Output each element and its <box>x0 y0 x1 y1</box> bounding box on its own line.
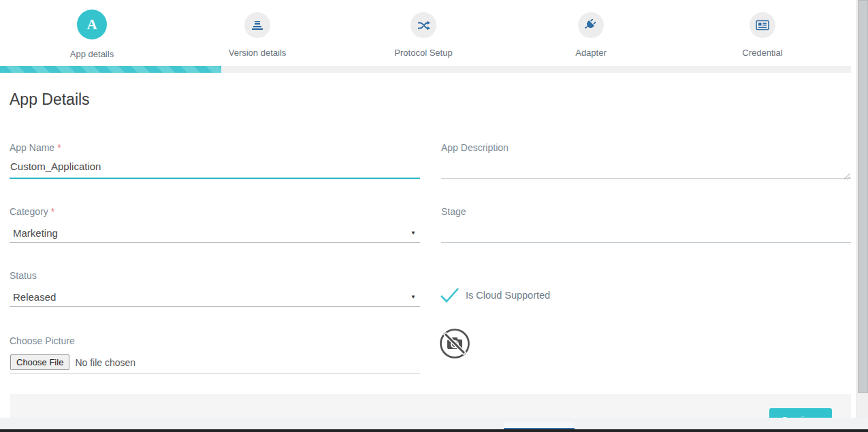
step-app-details[interactable]: A App details <box>9 10 175 59</box>
window-bottom-bar <box>0 418 868 429</box>
app-wizard-page: A App details Version details Protocol S <box>0 0 868 418</box>
status-select[interactable]: Released ▼ <box>10 288 420 307</box>
step-credential[interactable]: Credential <box>679 10 846 58</box>
app-description-textarea[interactable] <box>441 152 851 179</box>
app-description-label: App Description <box>441 142 509 153</box>
chevron-down-icon: ▼ <box>411 294 416 300</box>
wizard-progress-track <box>0 66 851 73</box>
file-chosen-status: No file chosen <box>75 357 135 368</box>
status-selected-value: Released <box>13 291 56 303</box>
no-image-camera-icon <box>438 327 471 363</box>
plug-icon <box>578 12 604 38</box>
status-label-text: Status <box>10 270 37 281</box>
category-label: Category* <box>10 206 54 217</box>
progress-fill <box>0 66 221 73</box>
category-selected-value: Marketing <box>13 227 58 239</box>
taskbar-edge <box>0 429 868 432</box>
stage-label: Stage <box>441 206 466 217</box>
app-name-label-text: App Name <box>10 142 54 153</box>
status-label: Status <box>10 270 37 281</box>
continue-button[interactable]: Continue <box>769 408 832 418</box>
stage-label-text: Stage <box>441 206 466 217</box>
step-label: App details <box>70 49 114 59</box>
choose-picture-label: Choose Picture <box>10 335 75 346</box>
required-asterisk: * <box>57 142 61 153</box>
category-label-text: Category <box>10 206 48 217</box>
app-name-label: App Name* <box>10 142 61 153</box>
checkmark-icon <box>440 287 460 303</box>
file-input[interactable]: Choose File No file chosen <box>10 354 135 370</box>
step-label: Protocol Setup <box>394 48 452 58</box>
is-cloud-supported-toggle[interactable]: Is Cloud Supported <box>440 287 550 303</box>
choose-picture-label-text: Choose Picture <box>10 335 75 346</box>
is-cloud-supported-label: Is Cloud Supported <box>466 290 550 301</box>
avatar-letter: A <box>86 16 97 33</box>
step-version-details[interactable]: Version details <box>174 10 340 58</box>
choose-file-button[interactable]: Choose File <box>10 354 69 370</box>
shuffle-icon <box>411 12 436 38</box>
step-label: Credential <box>742 48 782 58</box>
version-bars-icon <box>244 12 270 38</box>
required-asterisk: * <box>51 206 54 217</box>
step-label: Version details <box>229 48 287 58</box>
id-card-icon <box>750 12 775 38</box>
letter-a-avatar: A <box>77 10 107 39</box>
app-name-input[interactable] <box>10 159 420 179</box>
step-adapter[interactable]: Adapter <box>508 10 674 58</box>
vertical-scrollbar-thumb[interactable] <box>858 0 868 393</box>
category-select[interactable]: Marketing ▼ <box>10 224 420 243</box>
step-label: Adapter <box>575 48 607 58</box>
step-protocol-setup[interactable]: Protocol Setup <box>340 10 507 58</box>
form-footer <box>10 394 851 418</box>
chevron-down-icon: ▼ <box>411 230 416 236</box>
app-description-label-text: App Description <box>441 142 509 153</box>
textarea-resize-handle-icon[interactable] <box>843 170 850 182</box>
page-title: App Details <box>10 90 90 109</box>
stage-input[interactable] <box>441 224 851 243</box>
